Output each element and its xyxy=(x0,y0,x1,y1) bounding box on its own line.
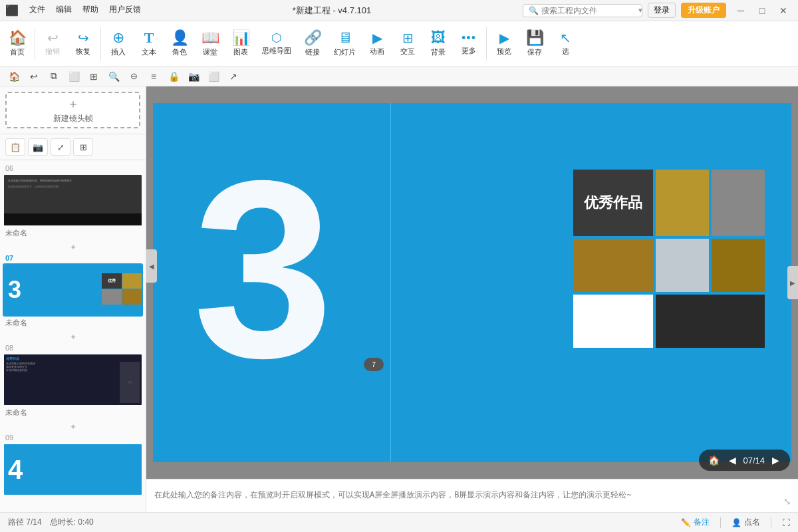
canvas-grid[interactable]: 优秀作品 xyxy=(573,170,765,348)
notes-expand-icon[interactable]: ⤡ xyxy=(783,496,791,507)
sec-align-btn[interactable]: ≡ xyxy=(145,68,162,85)
note-button[interactable]: ✏️ 备注 xyxy=(681,517,710,528)
slide-number-07: 07 xyxy=(3,253,143,263)
point-icon: 👤 xyxy=(732,518,741,527)
slide-list: 06 在这里输入您的标题内容，帮助您更好地进行课堂教学 在此处添加描述文字，让您… xyxy=(0,160,146,512)
tool-select-label: 选 xyxy=(562,47,569,57)
slide-item-07[interactable]: 07 3 优秀 xyxy=(3,253,143,329)
tool-role[interactable]: 👤 角色 xyxy=(165,28,194,60)
tool-interact-label: 交互 xyxy=(400,47,415,57)
tool-chart[interactable]: 📊 图表 xyxy=(226,28,255,60)
lesson-icon: 📖 xyxy=(201,31,219,45)
tool-slideshow[interactable]: 🖥 幻灯片 xyxy=(329,28,361,60)
nav-home-button[interactable]: 🏠 xyxy=(706,452,722,468)
slide-item-06[interactable]: 06 在这里输入您的标题内容，帮助您更好地进行课堂教学 在此处添加描述文字，让您… xyxy=(3,163,143,239)
duration-info: 总时长: 0:40 xyxy=(50,517,94,528)
tool-insert[interactable]: ⊕ 插入 xyxy=(104,28,133,60)
tool-more[interactable]: ••• 更多 xyxy=(454,29,483,59)
sec-copy-btn[interactable]: ⧉ xyxy=(45,68,63,85)
tool-undo[interactable]: ↩ 撤销 xyxy=(38,29,67,59)
statusbar-left: 路径 7/14 总时长: 0:40 xyxy=(8,517,94,528)
tool-home[interactable]: 🏠 首页 xyxy=(3,28,32,60)
layout-button[interactable]: ⊞ xyxy=(73,138,93,156)
new-frame-button[interactable]: ＋ 新建镜头帧 xyxy=(5,92,140,128)
slide-thumb-06[interactable]: 在这里输入您的标题内容，帮助您更好地进行课堂教学 在此处添加描述文字，让您的内容… xyxy=(3,174,143,227)
tool-lesson[interactable]: 📖 课堂 xyxy=(196,28,225,60)
slide-08-text: 在这里输入您的内容描述 添加更多说明文字 补充详细信息内容 xyxy=(6,362,118,403)
expand-right-button[interactable]: ▶ xyxy=(787,266,798,299)
statusbar: 路径 7/14 总时长: 0:40 ✏️ 备注 👤 点名 ⛶ xyxy=(0,512,798,532)
point-button[interactable]: 👤 点名 xyxy=(732,517,760,528)
sec-home-btn[interactable]: 🏠 xyxy=(5,68,23,85)
grid-cell-white xyxy=(573,295,653,348)
menu-edit[interactable]: 编辑 xyxy=(56,4,72,17)
tool-interact[interactable]: ⊞ 交互 xyxy=(393,29,422,59)
sec-lock-btn[interactable]: 🔒 xyxy=(165,68,182,85)
collapse-sidebar-button[interactable]: ◀ xyxy=(146,249,157,283)
search-input[interactable] xyxy=(541,6,634,15)
slide-thumb-09[interactable]: 4 xyxy=(3,443,143,496)
main-layout: ＋ 新建镜头帧 📋 📷 ⤢ ⊞ 06 在这里输入您的标题内容，帮助您更好地进行课… xyxy=(0,86,798,512)
slide-canvas[interactable]: 3 优秀作品 7 xyxy=(153,103,791,462)
nav-next-button[interactable]: ▶ xyxy=(767,452,783,468)
slide-item-08[interactable]: 08 优秀作品 在这里输入您的内容描述 添加更多说明文字 补充详细信息内容 图 xyxy=(3,342,143,419)
sec-export-btn[interactable]: ↗ xyxy=(225,68,242,85)
resize-button[interactable]: ⤢ xyxy=(51,138,70,156)
tool-select[interactable]: ↖ 选 xyxy=(551,29,580,59)
app-icon: ⬛ xyxy=(5,4,19,17)
secondary-toolbar: 🏠 ↩ ⧉ ⬜ ⊞ 🔍 ⊖ ≡ 🔒 📷 ⬜ ↗ xyxy=(0,66,798,86)
main-toolbar: 🏠 首页 ↩ 撤销 ↪ 恢复 ⊕ 插入 T 文本 👤 角色 📖 课堂 📊 图表 … xyxy=(0,21,798,66)
text-icon: T xyxy=(144,31,154,45)
menu-help[interactable]: 帮助 xyxy=(82,4,98,17)
restore-button[interactable]: □ xyxy=(753,4,771,17)
copy-frame-button[interactable]: 📋 xyxy=(5,138,25,156)
save-icon: 💾 xyxy=(526,31,544,45)
tool-animation[interactable]: ▶ 动画 xyxy=(362,29,392,59)
background-icon: 🖼 xyxy=(431,31,446,45)
tool-slideshow-label: 幻灯片 xyxy=(334,47,356,57)
menu-file[interactable]: 文件 xyxy=(29,4,45,17)
tool-home-label: 首页 xyxy=(10,47,25,57)
tool-mindmap[interactable]: ⬡ 思维导图 xyxy=(257,29,297,59)
slide-number-09: 09 xyxy=(3,432,143,443)
nav-prev-button[interactable]: ◀ xyxy=(724,452,740,468)
sec-frame2-btn[interactable]: ⬜ xyxy=(205,68,222,85)
grid-title-text: 优秀作品 xyxy=(584,193,642,213)
sec-frame-btn[interactable]: ⬜ xyxy=(65,68,82,85)
tool-save[interactable]: 💾 保存 xyxy=(520,28,549,60)
tool-redo[interactable]: ↪ 恢复 xyxy=(68,29,98,59)
slide-thumb-07[interactable]: 3 优秀 xyxy=(3,263,143,317)
slide-number-06: 06 xyxy=(3,163,143,174)
tool-link[interactable]: 🔗 链接 xyxy=(298,28,327,60)
titlebar-right: 🔍 ▼ 登录 升级账户 ─ □ ✕ xyxy=(523,3,793,18)
select-icon: ↖ xyxy=(560,31,571,45)
toolbar-divider-2 xyxy=(100,27,101,61)
sec-grid-btn[interactable]: ⊞ xyxy=(85,68,102,85)
guide-line xyxy=(390,103,391,462)
sec-undo-btn[interactable]: ↩ xyxy=(25,68,43,85)
close-button[interactable]: ✕ xyxy=(774,4,793,17)
slide-name-06: 未命名 xyxy=(3,227,143,239)
tool-text[interactable]: T 文本 xyxy=(134,28,164,60)
login-button[interactable]: 登录 xyxy=(648,3,676,18)
tool-preview[interactable]: ▶ 预览 xyxy=(489,29,519,59)
sec-camera-btn[interactable]: 📷 xyxy=(185,68,202,85)
upgrade-button[interactable]: 升级账户 xyxy=(681,3,726,18)
tool-preview-label: 预览 xyxy=(497,47,511,57)
menu-feedback[interactable]: 用户反馈 xyxy=(109,4,141,17)
notes-input[interactable] xyxy=(154,484,790,508)
fullscreen-icon[interactable]: ⛶ xyxy=(782,518,790,527)
camera-button[interactable]: 📷 xyxy=(28,138,48,156)
more-icon: ••• xyxy=(462,32,476,44)
slide-thumb-08[interactable]: 优秀作品 在这里输入您的内容描述 添加更多说明文字 补充详细信息内容 图 xyxy=(3,353,143,406)
search-box[interactable]: 🔍 ▼ xyxy=(523,4,642,17)
slide-07-number: 3 xyxy=(8,276,21,304)
tool-background[interactable]: 🖼 背景 xyxy=(424,28,453,60)
sec-zoom-out-btn[interactable]: ⊖ xyxy=(125,68,142,85)
minimize-button[interactable]: ─ xyxy=(732,4,750,17)
slide-number-08: 08 xyxy=(3,342,143,353)
slide-item-09[interactable]: 09 4 xyxy=(3,432,143,499)
titlebar-menu: ⬛ 文件 编辑 帮助 用户反馈 xyxy=(5,4,141,17)
search-dropdown-icon[interactable]: ▼ xyxy=(637,7,644,14)
sec-zoom-in-btn[interactable]: 🔍 xyxy=(105,68,122,85)
